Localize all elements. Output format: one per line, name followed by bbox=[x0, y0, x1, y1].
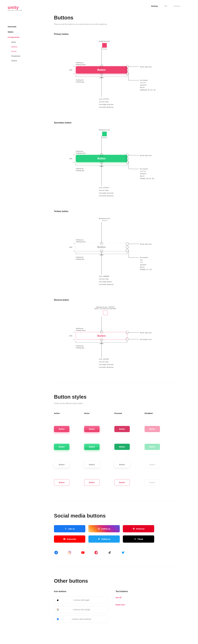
continue-google-button[interactable]: Continue with Google bbox=[54, 606, 108, 613]
anchor-dot bbox=[126, 331, 129, 334]
secondary-pressed-button[interactable]: Button bbox=[114, 444, 130, 450]
tertiary-active-button[interactable]: Button bbox=[54, 462, 69, 468]
other-title: Other buttons bbox=[54, 578, 180, 584]
reverse-hover-button[interactable]: Button bbox=[84, 479, 99, 486]
bg-color-label: Background color bbox=[99, 40, 110, 42]
nav-sub-dropdowns[interactable]: Dropdowns bbox=[11, 54, 33, 58]
svg-point-1 bbox=[99, 528, 99, 529]
twitter-icon-button[interactable] bbox=[121, 550, 125, 555]
youtube-icon bbox=[63, 538, 66, 540]
brand-tagline: DESIGN SYSTEM bbox=[8, 10, 33, 11]
bg-swatch bbox=[102, 132, 107, 136]
bg-swatch bbox=[102, 43, 107, 48]
tab-android[interactable]: Android bbox=[174, 5, 180, 7]
anchor-dot bbox=[126, 68, 129, 71]
tertiary-hover-button[interactable]: Button bbox=[84, 462, 99, 468]
padding-bottom-label: Padding bottom bbox=[76, 64, 86, 66]
sidebar: unity DESIGN SYSTEM Overview Styles Comp… bbox=[0, 0, 39, 640]
tiktok-icon-button[interactable] bbox=[107, 550, 112, 555]
padding-top-label: Padding top bbox=[76, 150, 86, 152]
primary-disabled-button: Button bbox=[145, 426, 160, 432]
text-specs: Color: #FFFFFF Font size: 20px Font weig… bbox=[99, 186, 113, 197]
primary-pressed-button[interactable]: Button bbox=[114, 426, 130, 432]
twitter-button[interactable]: Follow us bbox=[88, 536, 120, 543]
anchor-dot bbox=[126, 246, 129, 248]
page-title: Buttons bbox=[54, 15, 180, 20]
social-title: Social media buttons bbox=[54, 513, 180, 519]
facebook-icon-button[interactable] bbox=[54, 550, 58, 555]
youtube-button[interactable]: Subscribe bbox=[54, 536, 85, 543]
anchor-dot bbox=[100, 242, 103, 245]
see-all-link[interactable]: See all › bbox=[116, 596, 123, 598]
nav-sub-alerts[interactable]: Alerts bbox=[11, 40, 33, 44]
padding-top-label: Padding top bbox=[76, 62, 86, 64]
padding-bottom-label: Padding bottom bbox=[76, 241, 86, 243]
svg-rect-0 bbox=[98, 528, 100, 530]
secondary-disabled-button: Button bbox=[145, 444, 160, 450]
tab-desktop[interactable]: Desktop bbox=[151, 5, 158, 7]
svg-rect-4 bbox=[68, 551, 71, 554]
nav-sub-forms[interactable]: Forms bbox=[11, 49, 33, 54]
col-hover: Hover bbox=[84, 412, 109, 414]
anchor-dot bbox=[100, 161, 103, 164]
border-radius-annot: Border radius: 8px bbox=[140, 66, 152, 68]
padding-top-label: Padding top bbox=[76, 328, 86, 330]
other-buttons-grid: Icon buttons Continue with Apple Continu… bbox=[54, 590, 170, 625]
spec-primary: Primary button Background color #EF426F … bbox=[54, 33, 180, 108]
padding-y-measure: 17PX bbox=[73, 66, 75, 74]
continue-apple-button[interactable]: Continue with Apple bbox=[54, 596, 108, 604]
border-radius-annot: Border radius: 8px bbox=[140, 243, 152, 245]
read-more-link[interactable]: Read more bbox=[116, 604, 125, 606]
secondary-hover-button[interactable]: Button bbox=[84, 444, 99, 450]
facebook-icon bbox=[57, 618, 60, 620]
styles-desc: These are the different button styles bbox=[54, 402, 180, 404]
pinterest-label: Pinterest bbox=[136, 528, 144, 530]
nav-sub-search[interactable]: Search bbox=[11, 58, 33, 63]
reverse-active-button[interactable]: Button bbox=[54, 479, 69, 486]
padding-right-label: Padding right bbox=[76, 347, 84, 349]
youtube-label: Subscribe bbox=[67, 538, 76, 540]
tab-ios[interactable]: iOS bbox=[164, 5, 167, 7]
instagram-icon-button[interactable] bbox=[67, 550, 72, 555]
youtube-icon-button[interactable] bbox=[81, 550, 85, 555]
tertiary-pressed-button[interactable]: Button bbox=[114, 462, 130, 468]
pinterest-icon-button[interactable] bbox=[94, 550, 99, 555]
reverse-pressed-button[interactable]: Button bbox=[114, 479, 130, 486]
padding-y-measure: 17PX bbox=[73, 244, 75, 251]
continue-facebook-button[interactable]: Continue with Facebook bbox=[54, 616, 108, 623]
instagram-button[interactable]: Follow us bbox=[88, 525, 120, 532]
nav-item-components[interactable]: Components bbox=[8, 34, 33, 40]
padding-right-label: Padding right bbox=[76, 258, 84, 260]
padding-y-measure: 17PX bbox=[73, 332, 75, 340]
border-radius-annot: Border radius: 8px bbox=[140, 154, 152, 157]
secondary-active-button[interactable]: Button bbox=[54, 444, 69, 450]
facebook-button[interactable]: Like us bbox=[54, 525, 85, 532]
anchor-dot bbox=[126, 157, 129, 160]
section-divider bbox=[54, 566, 180, 566]
padding-top-label: Padding top bbox=[76, 239, 86, 241]
anchor-dot bbox=[126, 154, 129, 156]
icon-buttons-heading: Icon buttons bbox=[54, 590, 108, 592]
text-specs: Color: #9B9B9B Font size: 20px Font weig… bbox=[99, 275, 113, 286]
icon-buttons-column: Icon buttons Continue with Apple Continu… bbox=[54, 590, 108, 625]
anchor-dot bbox=[100, 154, 103, 156]
primary-hover-button[interactable]: Button bbox=[84, 426, 99, 432]
anchor-dot bbox=[126, 160, 129, 163]
bg-swatch bbox=[103, 310, 108, 315]
padding-left-label: Padding left bbox=[76, 79, 84, 81]
nav-item-overview[interactable]: Overview bbox=[8, 24, 33, 29]
twitter-icon bbox=[98, 538, 100, 540]
nav-sub-buttons[interactable]: Buttons bbox=[11, 44, 33, 49]
padding-right-label: Padding right bbox=[76, 81, 84, 83]
facebook-icon bbox=[65, 528, 67, 530]
primary-active-button[interactable]: Button bbox=[54, 426, 69, 432]
nav-item-styles[interactable]: Styles bbox=[8, 29, 33, 34]
google-button-label: Continue with Google bbox=[60, 608, 103, 611]
spec-tertiary: Tertiary button Background color: #FFFFF… bbox=[54, 210, 180, 285]
anchor-dot bbox=[100, 250, 103, 252]
spec-secondary-heading: Secondary button bbox=[54, 122, 180, 124]
col-active: Active bbox=[54, 412, 79, 414]
pinterest-button[interactable]: Pinterest bbox=[123, 525, 154, 532]
padding-left-label: Padding left bbox=[76, 345, 84, 347]
tiktok-button[interactable]: Tiktok bbox=[123, 536, 154, 543]
